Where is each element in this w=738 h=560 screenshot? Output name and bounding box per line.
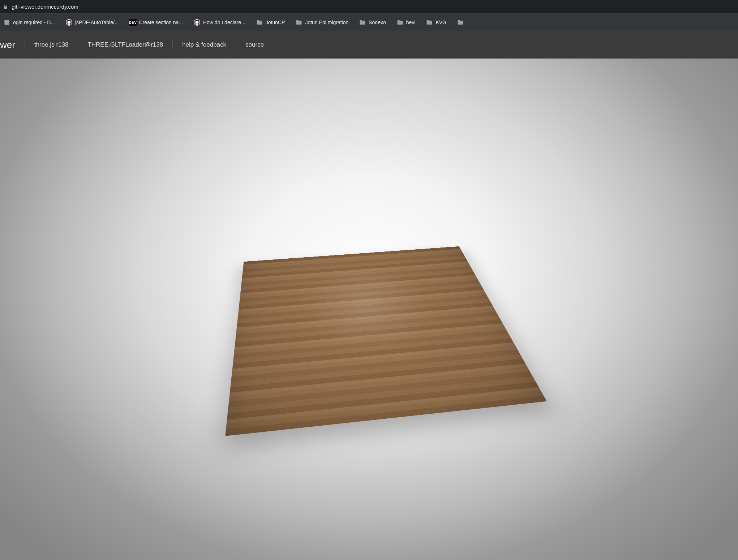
site-icon (4, 19, 10, 26)
folder-icon (359, 19, 366, 26)
bookmark-label: ogin required - D... (13, 20, 55, 25)
folder-icon (296, 19, 302, 26)
header-link-gltfloader[interactable]: THREE.GLTFLoader@r138 (78, 41, 173, 48)
folder-icon (426, 19, 433, 26)
lock-icon (3, 4, 8, 9)
bookmark-item[interactable]: bevi (395, 18, 418, 27)
bookmark-label: bevi (406, 20, 416, 25)
folder-icon (256, 19, 263, 26)
bookmark-label: JotunCP (266, 20, 285, 25)
bookmark-item[interactable]: ogin required - D... (1, 18, 57, 27)
bookmark-item[interactable]: jsPDF-AutoTable/... (64, 18, 121, 27)
bookmark-item[interactable]: Sodexo (357, 18, 388, 27)
header-link-threejs[interactable]: three.js r138 (25, 41, 78, 48)
bookmark-label: Jotun Epi migration (305, 20, 348, 25)
header-link-help[interactable]: help & feedback (173, 41, 236, 48)
header-link-source[interactable]: source (236, 41, 273, 48)
bookmark-item[interactable]: Jotun Epi migration (293, 18, 351, 27)
svg-rect-0 (4, 20, 9, 25)
wood-floor-plane (225, 246, 547, 436)
bookmark-label: Create section na... (139, 20, 183, 25)
browser-address-bar: gltf-viewer.donmccurdy.com (0, 0, 738, 14)
github-icon (194, 19, 200, 26)
bookmark-item[interactable] (455, 18, 466, 27)
bookmark-label: KVG (435, 20, 446, 25)
folder-icon (397, 19, 403, 26)
bookmark-label: jsPDF-AutoTable/... (75, 20, 119, 25)
bookmark-item[interactable]: How do I declare... (192, 18, 248, 27)
model-wrap (239, 189, 499, 449)
bookmark-item[interactable]: DEVCreate section na... (128, 18, 185, 27)
bookmark-label: How do I declare... (203, 20, 245, 25)
bookmarks-bar: ogin required - D...jsPDF-AutoTable/...D… (0, 14, 738, 31)
address-url[interactable]: gltf-viewer.donmccurdy.com (12, 4, 78, 10)
bookmark-label: Sodexo (369, 20, 386, 25)
github-icon (66, 19, 72, 26)
viewport-3d[interactable] (0, 59, 738, 560)
app-title: wer (0, 39, 25, 51)
dev-icon: DEV (130, 19, 136, 26)
bookmark-item[interactable]: KVG (424, 18, 449, 27)
folder-icon (457, 19, 464, 26)
bookmark-item[interactable]: JotunCP (254, 18, 287, 27)
app-header: wer three.js r138 THREE.GLTFLoader@r138 … (0, 31, 738, 59)
